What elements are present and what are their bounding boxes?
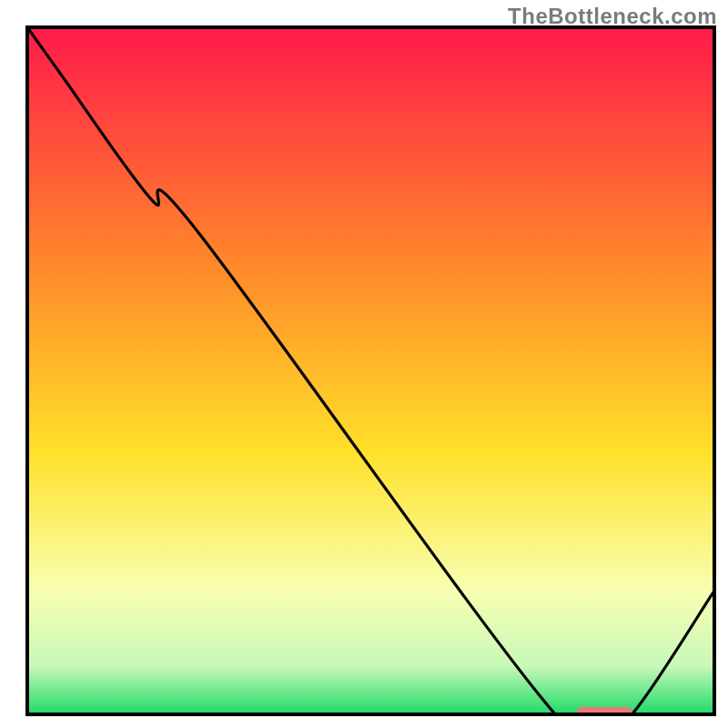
- watermark-text: TheBottleneck.com: [508, 4, 717, 29]
- bottleneck-chart: [0, 0, 728, 728]
- chart-frame: { "watermark": "TheBottleneck.com", "col…: [0, 0, 728, 728]
- gradient-background: [27, 27, 714, 714]
